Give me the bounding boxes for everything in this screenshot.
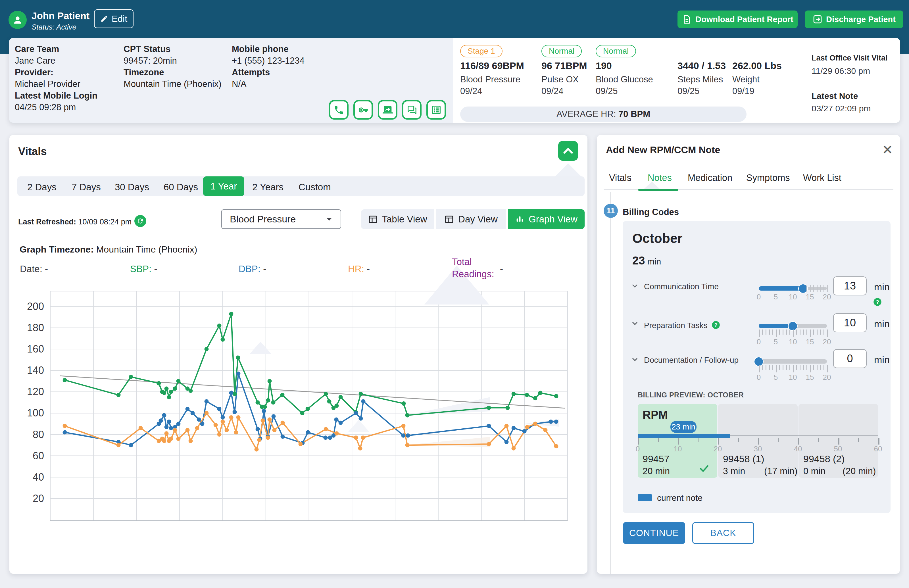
svg-text:100: 100 (27, 407, 44, 419)
svg-text:20: 20 (33, 493, 44, 504)
svg-text:60: 60 (33, 450, 44, 462)
svg-text:120: 120 (27, 386, 44, 397)
svg-text:?: ? (876, 299, 879, 305)
svg-text:180: 180 (27, 322, 44, 333)
svg-text:140: 140 (27, 365, 44, 376)
svg-text:160: 160 (27, 343, 44, 355)
svg-text:80: 80 (33, 429, 44, 440)
svg-text:?: ? (714, 322, 717, 328)
svg-text:40: 40 (33, 471, 44, 483)
svg-text:200: 200 (27, 300, 44, 312)
